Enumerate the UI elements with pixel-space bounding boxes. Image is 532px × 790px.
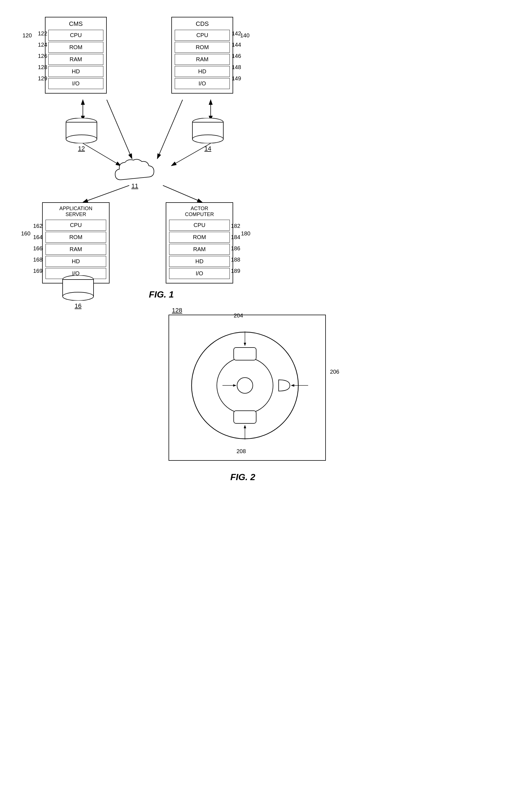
ref-128: 128	[38, 64, 47, 71]
ref-149: 149	[232, 75, 241, 82]
ref-122: 122	[38, 30, 47, 37]
ref-189: 189	[231, 268, 240, 274]
page: CMS CPU ROM RAM HD I/O 120 122 124 126 1…	[0, 0, 532, 790]
fig2-drawing	[169, 315, 321, 456]
svg-point-13	[66, 135, 97, 143]
cds-box: CDS CPU ROM RAM HD I/O	[171, 17, 233, 94]
svg-point-22	[237, 378, 253, 393]
cloud-svg	[112, 157, 157, 185]
ref-186: 186	[231, 245, 240, 252]
ref-128-fig2: 128	[172, 307, 182, 314]
actor-ram: RAM	[169, 244, 230, 255]
ref-166: 166	[33, 245, 42, 252]
ref-140: 140	[240, 32, 249, 39]
app-cpu: CPU	[45, 220, 106, 231]
fig1-label: FIG. 1	[149, 289, 174, 300]
cms-ram: RAM	[48, 54, 103, 65]
cds-hd: HD	[175, 66, 230, 77]
cms-box: CMS CPU ROM RAM HD I/O	[45, 17, 107, 94]
cds-cpu: CPU	[175, 30, 230, 41]
ref-160: 160	[21, 230, 30, 237]
ref-142: 142	[232, 30, 241, 37]
actor-computer-title: ACTORCOMPUTER	[169, 206, 230, 218]
actor-hd: HD	[169, 256, 230, 267]
actor-rom: ROM	[169, 232, 230, 243]
ref-146: 146	[232, 53, 241, 59]
actor-io: I/O	[169, 268, 230, 279]
svg-rect-24	[234, 411, 256, 424]
app-rom: ROM	[45, 232, 106, 243]
ref-162: 162	[33, 223, 42, 229]
svg-line-6	[157, 100, 183, 159]
cms-cpu: CPU	[48, 30, 103, 41]
svg-line-5	[107, 100, 132, 159]
cms-hd: HD	[48, 66, 103, 77]
fig2-label: FIG. 2	[230, 472, 255, 482]
ref-129: 129	[38, 75, 47, 82]
db-16: 16	[61, 275, 95, 309]
db-12-shape	[64, 118, 98, 143]
ref-180: 180	[241, 230, 250, 237]
fig2-outer-box: 128 204 206 208 202	[169, 315, 326, 461]
ref-164: 164	[33, 234, 42, 241]
svg-line-9	[163, 185, 202, 202]
cms-title: CMS	[48, 20, 103, 27]
cms-io: I/O	[48, 78, 103, 89]
ref-148: 148	[232, 64, 241, 71]
db-16-label: 16	[61, 302, 95, 309]
ref-168: 168	[33, 257, 42, 263]
ref-124: 124	[38, 42, 47, 48]
cds-io: I/O	[175, 78, 230, 89]
ref-144: 144	[232, 42, 241, 48]
db-16-shape	[61, 275, 95, 301]
network-cloud: 11	[112, 157, 157, 190]
db-12: 12	[64, 118, 98, 152]
db-14: 14	[191, 118, 225, 152]
svg-point-16	[192, 135, 223, 143]
app-server-title: APPLICATIONSERVER	[45, 206, 106, 218]
db-12-label: 12	[64, 145, 98, 152]
cms-rom: ROM	[48, 42, 103, 53]
ref-188: 188	[231, 257, 240, 263]
app-ram: RAM	[45, 244, 106, 255]
ref-182: 182	[231, 223, 240, 229]
app-server-box: APPLICATIONSERVER CPU ROM RAM HD I/O	[42, 202, 110, 283]
app-hd: HD	[45, 256, 106, 267]
actor-computer-box: ACTORCOMPUTER CPU ROM RAM HD I/O	[166, 202, 233, 283]
actor-cpu: CPU	[169, 220, 230, 231]
cds-ram: RAM	[175, 54, 230, 65]
ref-126: 126	[38, 53, 47, 59]
svg-point-19	[63, 292, 94, 301]
cds-title: CDS	[175, 20, 230, 27]
db-14-shape	[191, 118, 225, 143]
db-14-label: 14	[191, 145, 225, 152]
ref-120: 120	[22, 32, 32, 39]
ref-169: 169	[33, 268, 42, 274]
svg-rect-23	[234, 347, 256, 360]
cds-rom: ROM	[175, 42, 230, 53]
ref-206: 206	[330, 369, 339, 375]
ref-184: 184	[231, 234, 240, 241]
